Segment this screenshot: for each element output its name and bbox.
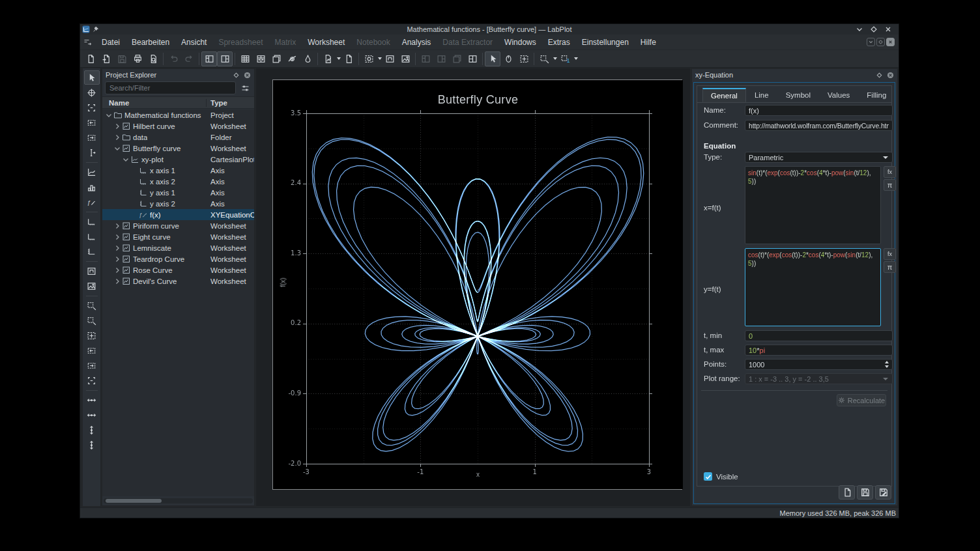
zoom-in-button[interactable] [84,298,100,313]
print-preview-button[interactable] [145,51,161,66]
fit-page-button[interactable] [382,51,397,66]
tree-column-headers[interactable]: Name Type [102,96,254,109]
add-horizontal-axis-button[interactable] [84,214,100,229]
new-datapicker-button[interactable] [284,51,300,66]
menu-bearbeiten[interactable]: Bearbeiten [126,36,175,49]
zoom-y-select-tool-button[interactable] [84,130,100,145]
chevron-down-icon[interactable] [122,156,130,163]
mdi-close-button[interactable] [886,38,895,46]
menu-windows[interactable]: Windows [498,36,542,49]
tmax-input[interactable]: 10*pi [745,345,893,356]
tab-line[interactable]: Line [746,88,777,102]
shift-up-y-button[interactable] [84,423,100,437]
new-live-source-button[interactable] [300,51,315,66]
auto-scale-y-button[interactable] [84,358,100,373]
tab-filling[interactable]: Filling [858,88,895,102]
recalculate-button[interactable]: Recalculate [837,394,886,406]
chevron-right-icon[interactable] [113,222,121,230]
toolbar-overflow-icon[interactable] [83,38,92,46]
select-tool-button[interactable] [485,51,500,66]
menu-einstellungen[interactable]: Einstellungen [576,36,635,49]
tree-row-piriform-curve[interactable]: Piriform curveWorksheet [102,220,254,231]
spin-up-icon[interactable] [885,361,889,363]
x-equation-input[interactable]: sin(t)*(exp(cos(t))-2*cos(4*t)-pow(sin(t… [745,166,881,244]
add-plot-button[interactable] [465,51,480,66]
chevron-right-icon[interactable] [113,233,121,241]
new-project-button[interactable] [83,51,98,66]
auto-scale-button[interactable] [84,373,100,388]
zoom-out-button[interactable] [84,313,100,328]
insert-constant-button[interactable]: π [884,179,896,191]
add-vertical-axis-button[interactable] [84,244,100,259]
tree-row-teardrop-curve[interactable]: Teardrop CurveWorksheet [102,253,254,264]
crosshair-tool-button[interactable] [84,85,100,100]
tree-row-lemniscate[interactable]: LemniscateWorksheet [102,242,254,253]
chevron-right-icon[interactable] [113,134,121,141]
scrollbar-thumb[interactable] [106,499,162,503]
tree-row-y-axis-1[interactable]: y axis 1Axis [102,187,254,198]
maximize-button[interactable] [870,25,878,33]
zoom-fit-button[interactable] [84,328,100,343]
close-dock-icon[interactable] [244,72,251,79]
add-equation-curve-button[interactable]: ƒ [84,195,100,209]
y-equation-input[interactable]: cos(t)*(exp(cos(t))-2*cos(4*t)-pow(sin(t… [745,248,881,326]
spin-down-icon[interactable] [885,365,889,368]
zoom-select-tool-button[interactable] [516,51,532,66]
magnification-preset-1-button[interactable]: 1 [557,51,573,66]
print-button[interactable] [130,51,145,66]
insert-constant-button[interactable]: π [884,261,896,273]
float-dock-icon[interactable] [876,72,883,79]
add-xy-curve-button[interactable] [84,165,100,179]
tree-row-xy-plot[interactable]: xy-plotCartesianPlot [102,154,254,165]
navigate-tool-button[interactable] [500,51,516,66]
add-image-button[interactable] [84,279,100,293]
insert-function-button[interactable]: fx [884,248,896,260]
float-dock-icon[interactable] [233,72,240,79]
toggle-properties-explorer-button[interactable] [217,51,233,66]
tab-symbol[interactable]: Symbol [777,88,819,102]
load-template-button[interactable] [839,485,855,500]
chevron-right-icon[interactable] [113,122,121,130]
search-input[interactable] [105,81,236,94]
close-button[interactable] [884,25,892,33]
shift-right-x-button[interactable] [84,408,100,422]
tree-row-data[interactable]: dataFolder [102,132,254,143]
minimize-button[interactable] [856,25,863,33]
shift-left-x-button[interactable] [84,393,100,407]
save-template-as-button[interactable] [875,485,891,500]
cursor-tool-button[interactable] [84,145,100,160]
tree-row-eight-curve[interactable]: Eight curveWorksheet [102,231,254,242]
new-workbook-button[interactable] [268,51,284,66]
chevron-down-icon[interactable] [113,145,121,152]
zoom-x-select-tool-button[interactable] [84,115,100,130]
chevron-right-icon[interactable] [113,255,121,263]
shift-down-y-button[interactable] [84,438,100,452]
tree-row-butterfly-curve[interactable]: Butterfly curveWorksheet [102,143,254,154]
menu-worksheet[interactable]: Worksheet [302,36,351,49]
new-spreadsheet-button[interactable] [237,51,253,66]
chevron-down-icon[interactable] [105,111,113,119]
tab-values[interactable]: Values [819,88,858,102]
plot-canvas[interactable] [273,80,683,489]
horizontal-scrollbar[interactable] [104,498,253,503]
comment-input[interactable] [745,120,893,131]
tree-row-rose-curve[interactable]: Rose CurveWorksheet [102,264,254,276]
menu-extras[interactable]: Extras [542,36,576,49]
export-worksheet-button[interactable] [397,51,413,66]
menu-hilfe[interactable]: Hilfe [635,36,662,49]
menu-datei[interactable]: Datei [96,36,126,49]
tmin-input[interactable]: 0 [745,330,893,341]
visible-checkbox[interactable] [704,472,712,481]
new-worksheet-button[interactable] [320,51,336,66]
add-histogram-button[interactable] [84,180,100,194]
mdi-restore-button[interactable] [876,38,885,46]
chevron-right-icon[interactable] [113,266,121,274]
menu-ansicht[interactable]: Ansicht [175,36,212,49]
new-matrix-button[interactable] [253,51,268,66]
insert-function-button[interactable]: fx [884,166,896,178]
add-text-label-button[interactable] [84,264,100,278]
select-tool-button[interactable] [84,70,100,85]
close-dock-icon[interactable] [887,72,894,79]
pin-icon[interactable] [93,26,99,33]
filter-options-icon[interactable] [238,81,252,94]
